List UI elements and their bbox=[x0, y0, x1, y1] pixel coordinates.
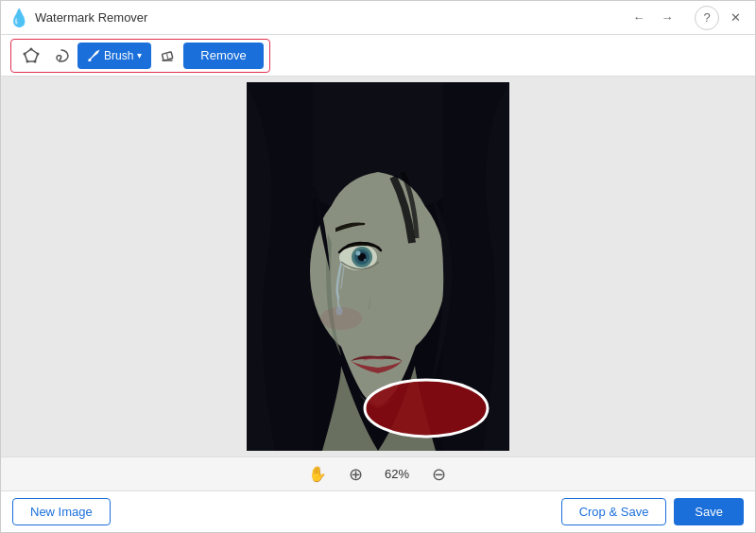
pan-tool-button[interactable]: ✋ bbox=[304, 461, 331, 488]
title-bar: 💧 Watermark Remover ← → ? ✕ bbox=[1, 1, 755, 35]
toolbar: Brush ▾ Remove bbox=[1, 35, 755, 77]
brush-icon bbox=[87, 49, 100, 62]
forward-button[interactable]: → bbox=[655, 6, 679, 30]
new-image-button[interactable]: New Image bbox=[12, 498, 111, 525]
lasso-select-tool[interactable] bbox=[47, 43, 76, 69]
main-canvas-area bbox=[1, 77, 755, 456]
polygon-icon bbox=[23, 47, 40, 64]
title-controls: ← → ? ✕ bbox=[627, 6, 747, 30]
polygon-select-tool[interactable] bbox=[17, 43, 45, 69]
footer-right: Crop & Save Save bbox=[561, 498, 744, 525]
svg-point-20 bbox=[356, 251, 361, 256]
app-logo-icon: 💧 bbox=[9, 8, 29, 28]
back-button[interactable]: ← bbox=[627, 6, 651, 30]
crop-save-button[interactable]: Crop & Save bbox=[561, 498, 667, 525]
brush-tool[interactable]: Brush ▾ bbox=[77, 43, 151, 69]
zoom-out-icon: ⊖ bbox=[432, 466, 446, 483]
svg-point-2 bbox=[37, 52, 40, 55]
svg-point-21 bbox=[364, 259, 366, 261]
image-container bbox=[247, 82, 509, 451]
zoom-out-button[interactable]: ⊖ bbox=[425, 461, 452, 488]
brush-dropdown-icon: ▾ bbox=[137, 50, 142, 60]
svg-point-1 bbox=[30, 47, 33, 50]
zoom-in-button[interactable]: ⊕ bbox=[342, 461, 369, 488]
status-bar: ✋ ⊕ 62% ⊖ bbox=[1, 456, 755, 490]
tool-section: Brush ▾ Remove bbox=[10, 39, 270, 73]
close-button[interactable]: ✕ bbox=[723, 6, 747, 30]
footer: New Image Crop & Save Save bbox=[1, 490, 755, 532]
svg-point-4 bbox=[26, 60, 29, 62]
zoom-level-display: 62% bbox=[380, 467, 414, 481]
pan-icon: ✋ bbox=[308, 465, 327, 483]
zoom-in-icon: ⊕ bbox=[349, 466, 363, 483]
eraser-icon bbox=[159, 47, 176, 64]
svg-marker-0 bbox=[25, 49, 38, 61]
main-image[interactable] bbox=[247, 82, 509, 451]
svg-point-23 bbox=[320, 307, 362, 330]
app-title: Watermark Remover bbox=[35, 10, 627, 25]
svg-point-5 bbox=[24, 52, 26, 55]
footer-left: New Image bbox=[12, 498, 111, 525]
help-button[interactable]: ? bbox=[695, 6, 719, 30]
eraser-tool[interactable] bbox=[153, 43, 181, 69]
brush-label: Brush bbox=[104, 49, 133, 62]
remove-button[interactable]: Remove bbox=[183, 43, 263, 69]
svg-line-8 bbox=[167, 54, 168, 59]
save-button[interactable]: Save bbox=[674, 498, 744, 525]
lasso-icon bbox=[53, 47, 70, 64]
svg-point-6 bbox=[89, 59, 92, 61]
svg-point-3 bbox=[34, 60, 37, 62]
